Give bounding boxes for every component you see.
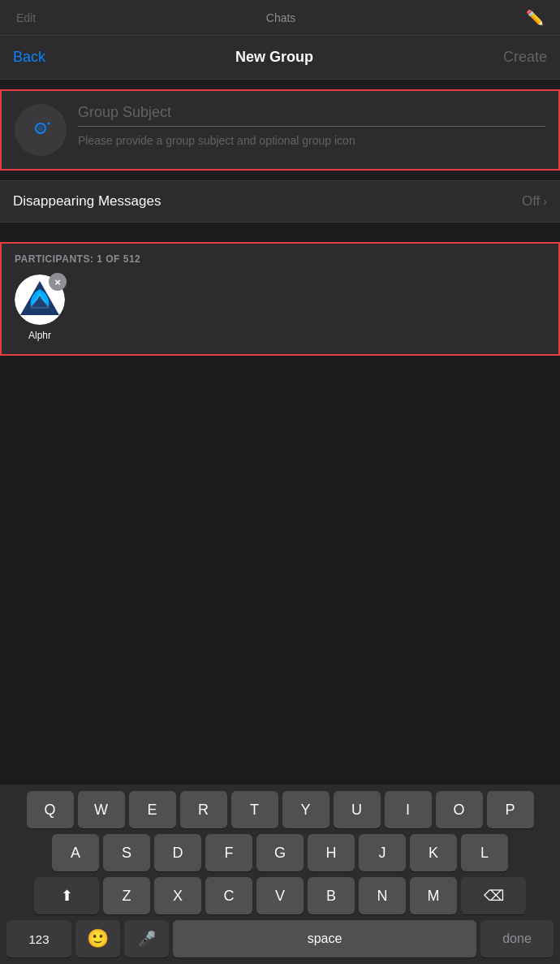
key-i[interactable]: I — [385, 791, 432, 828]
key-v[interactable]: V — [256, 877, 304, 914]
group-subject-section: Please provide a group subject and optio… — [0, 89, 560, 171]
key-z[interactable]: Z — [103, 877, 150, 914]
key-j[interactable]: J — [359, 834, 406, 871]
key-p[interactable]: P — [487, 791, 534, 828]
space-key[interactable]: space — [173, 920, 476, 958]
key-b[interactable]: B — [308, 877, 355, 914]
done-key[interactable]: done — [480, 920, 554, 958]
key-c[interactable]: C — [205, 877, 252, 914]
nav-bar: Back New Group Create — [0, 36, 560, 80]
key-y[interactable]: Y — [282, 791, 330, 828]
key-d[interactable]: D — [154, 834, 201, 871]
key-e[interactable]: E — [129, 791, 176, 828]
key-r[interactable]: R — [180, 791, 227, 828]
keyboard-row-4: 123 🙂 🎤 space done — [3, 920, 557, 958]
group-subject-fields: Please provide a group subject and optio… — [78, 104, 545, 149]
svg-point-2 — [38, 125, 44, 131]
emoji-key[interactable]: 🙂 — [75, 920, 120, 958]
microphone-key[interactable]: 🎤 — [124, 920, 169, 958]
key-k[interactable]: K — [410, 834, 457, 871]
group-subject-input[interactable] — [78, 104, 545, 121]
participant-item[interactable]: × Alphr — [15, 275, 65, 341]
group-subject-hint: Please provide a group subject and optio… — [78, 133, 545, 149]
status-edit: Edit — [16, 11, 36, 24]
back-button[interactable]: Back — [13, 49, 45, 66]
disappearing-label: Disappearing Messages — [13, 193, 161, 210]
chevron-right-icon: › — [543, 195, 547, 208]
key-m[interactable]: M — [410, 877, 457, 914]
keyboard-row-1: Q W E R T Y U I O P — [3, 791, 557, 828]
key-w[interactable]: W — [78, 791, 125, 828]
create-button[interactable]: Create — [503, 49, 547, 66]
camera-button[interactable] — [15, 104, 67, 156]
svg-rect-3 — [37, 119, 45, 123]
shift-key[interactable]: ⬆ — [34, 877, 99, 914]
key-n[interactable]: N — [359, 877, 406, 914]
participant-remove-button[interactable]: × — [49, 273, 67, 291]
key-a[interactable]: A — [52, 834, 99, 871]
disappearing-value-text: Off — [522, 193, 540, 210]
svg-point-4 — [48, 122, 50, 124]
participant-name: Alphr — [28, 330, 51, 341]
backspace-key[interactable]: ⌫ — [461, 877, 526, 914]
subject-input-wrapper — [78, 104, 545, 127]
status-center: Chats — [266, 11, 296, 24]
keyboard: Q W E R T Y U I O P A S D F G H J K L ⬆ … — [0, 785, 560, 964]
disappearing-value: Off › — [522, 193, 547, 210]
key-l[interactable]: L — [461, 834, 508, 871]
camera-icon — [28, 117, 53, 144]
key-u[interactable]: U — [334, 791, 381, 828]
participants-section: PARTICIPANTS: 1 OF 512 × Alphr — [0, 242, 560, 356]
separator-2 — [0, 223, 560, 232]
disappearing-messages-row[interactable]: Disappearing Messages Off › — [0, 180, 560, 223]
status-compose-icon: ✏️ — [526, 9, 544, 27]
key-q[interactable]: Q — [27, 791, 74, 828]
numbers-key[interactable]: 123 — [6, 920, 71, 958]
key-s[interactable]: S — [103, 834, 150, 871]
keyboard-row-3: ⬆ Z X C V B N M ⌫ — [3, 877, 557, 914]
separator-1 — [0, 171, 560, 180]
key-f[interactable]: F — [205, 834, 252, 871]
key-x[interactable]: X — [154, 877, 201, 914]
key-g[interactable]: G — [256, 834, 304, 871]
key-t[interactable]: T — [231, 791, 278, 828]
participants-header: PARTICIPANTS: 1 OF 512 — [15, 253, 545, 265]
status-bar: Edit Chats ✏️ — [0, 0, 560, 36]
key-o[interactable]: O — [436, 791, 483, 828]
key-h[interactable]: H — [308, 834, 355, 871]
page-title: New Group — [235, 49, 313, 66]
keyboard-row-2: A S D F G H J K L — [3, 834, 557, 871]
